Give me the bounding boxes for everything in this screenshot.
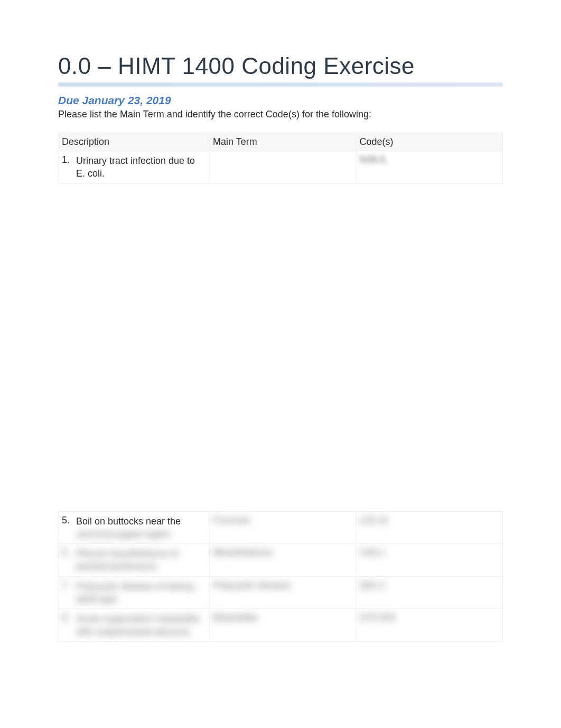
row-main-term: Mesothelioma [209, 544, 356, 577]
row-codes: Q61.2 [356, 576, 503, 609]
row-codes: L02.31 [356, 511, 503, 544]
row-number: 6. [62, 547, 73, 558]
row-main-term: Mastoiditis [209, 609, 356, 642]
row-number: 7. [62, 580, 73, 591]
instructions-text: Please list the Main Term and identify t… [58, 109, 503, 120]
row-description: Acute suppurative mastoiditis with subpe… [76, 612, 204, 638]
row-description: Pleural mesothelioma of parietal periton… [76, 547, 204, 573]
row-codes: H70.019 [356, 609, 503, 642]
exercise-table: Description Main Term Code(s) 1. Urinary… [58, 133, 503, 642]
due-date: Due January 23, 2019 [58, 94, 503, 107]
row-number: 5. [62, 515, 73, 526]
row-main-term: Furuncle [209, 511, 356, 544]
table-row: 1. Urinary tract infection due to E. col… [59, 151, 503, 184]
ad-gap-row [59, 183, 503, 511]
row-description: Boil on buttocks near the sacrococcygeal… [76, 515, 204, 541]
row-number: 8. [62, 612, 73, 623]
table-row: 6. Pleural mesothelioma of parietal peri… [59, 544, 503, 577]
table-row: 8. Acute suppurative mastoiditis with su… [59, 609, 503, 642]
row-codes: C45.1 [356, 544, 503, 577]
row-codes: N39.0, [356, 151, 503, 184]
table-row: 5. Boil on buttocks near the sacrococcyg… [59, 511, 503, 544]
row-number: 1. [62, 154, 73, 165]
table-row: 7. Polycystic disease of kidney, adult t… [59, 576, 503, 609]
header-codes: Code(s) [356, 133, 503, 151]
row-description: Polycystic disease of kidney, adult type [76, 580, 204, 606]
table-header-row: Description Main Term Code(s) [59, 133, 503, 151]
row-description: Urinary tract infection due to E. coli. [76, 154, 204, 180]
row-main-term [209, 151, 356, 184]
header-description: Description [59, 133, 210, 151]
page-title: 0.0 – HIMT 1400 Coding Exercise [58, 53, 503, 79]
title-rule [58, 82, 503, 87]
row-main-term: Polycystic disease [209, 576, 356, 609]
header-main-term: Main Term [209, 133, 356, 151]
